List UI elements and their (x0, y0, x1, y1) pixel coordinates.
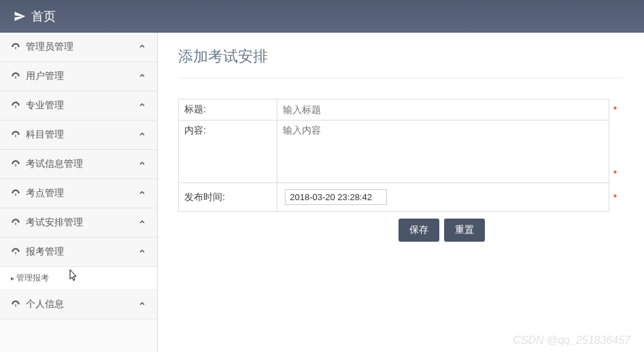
sidebar-item-label: 考试安排管理 (26, 217, 83, 229)
dashboard-icon (11, 218, 20, 227)
header-title[interactable]: 首页 (31, 8, 56, 25)
chevron-up-icon (138, 129, 146, 140)
sidebar-item-label: 考试信息管理 (26, 158, 83, 170)
sidebar-item-exam-schedule[interactable]: 考试安排管理 (0, 208, 157, 238)
sidebar-item-label: 报考管理 (26, 246, 64, 258)
publish-time-input[interactable] (285, 189, 387, 205)
required-marker: * (609, 121, 623, 183)
sidebar: 管理员管理 用户管理 专业管理 科目管理 (0, 33, 158, 352)
sidebar-item-label: 个人信息 (26, 298, 64, 310)
reset-button[interactable]: 重置 (444, 219, 485, 242)
sidebar-item-user[interactable]: 用户管理 (0, 62, 157, 91)
chevron-up-icon (138, 299, 146, 310)
sidebar-subitem-manage-registration[interactable]: 管理报考 (0, 267, 157, 290)
paper-plane-icon (14, 10, 26, 22)
title-input[interactable] (277, 100, 609, 119)
dashboard-icon (11, 42, 20, 52)
chevron-up-icon (138, 42, 146, 52)
sidebar-subitem-label: 管理报考 (16, 273, 49, 283)
save-button[interactable]: 保存 (399, 219, 439, 242)
chevron-up-icon (138, 217, 146, 228)
sidebar-item-label: 科目管理 (26, 129, 64, 141)
sidebar-item-label: 专业管理 (26, 99, 64, 112)
dashboard-icon (11, 101, 20, 110)
chevron-up-icon (138, 188, 146, 199)
dashboard-icon (11, 247, 20, 257)
dashboard-icon (11, 159, 20, 169)
dashboard-icon (11, 189, 20, 198)
sidebar-item-label: 考点管理 (26, 187, 64, 199)
header-bar: 首页 (0, 0, 644, 33)
sidebar-item-subject[interactable]: 科目管理 (0, 121, 157, 150)
sidebar-item-major[interactable]: 专业管理 (0, 91, 157, 121)
chevron-up-icon (138, 246, 146, 257)
dashboard-icon (11, 300, 20, 309)
publish-time-label: 发布时间: (179, 183, 277, 212)
main-content: 添加考试安排 标题: * 内容: * 发布时间: * 保存 重置 (158, 33, 644, 352)
chevron-up-icon (138, 71, 146, 82)
required-marker: * (609, 183, 623, 212)
title-label: 标题: (179, 99, 277, 121)
sidebar-item-registration[interactable]: 报考管理 (0, 238, 157, 267)
page-title: 添加考试安排 (178, 46, 624, 78)
sidebar-item-label: 用户管理 (26, 70, 64, 82)
content-label: 内容: (179, 121, 277, 183)
required-marker: * (609, 99, 623, 121)
sidebar-item-profile[interactable]: 个人信息 (0, 290, 157, 319)
sidebar-item-exam-site[interactable]: 考点管理 (0, 179, 157, 208)
chevron-up-icon (138, 100, 146, 111)
form-table: 标题: * 内容: * 发布时间: * 保存 重置 (178, 99, 624, 246)
sidebar-item-admin[interactable]: 管理员管理 (0, 33, 157, 62)
chevron-up-icon (138, 159, 146, 170)
dashboard-icon (11, 130, 20, 140)
dashboard-icon (11, 71, 20, 81)
content-textarea[interactable] (277, 121, 609, 180)
sidebar-item-exam-info[interactable]: 考试信息管理 (0, 150, 157, 179)
sidebar-item-label: 管理员管理 (26, 41, 73, 53)
